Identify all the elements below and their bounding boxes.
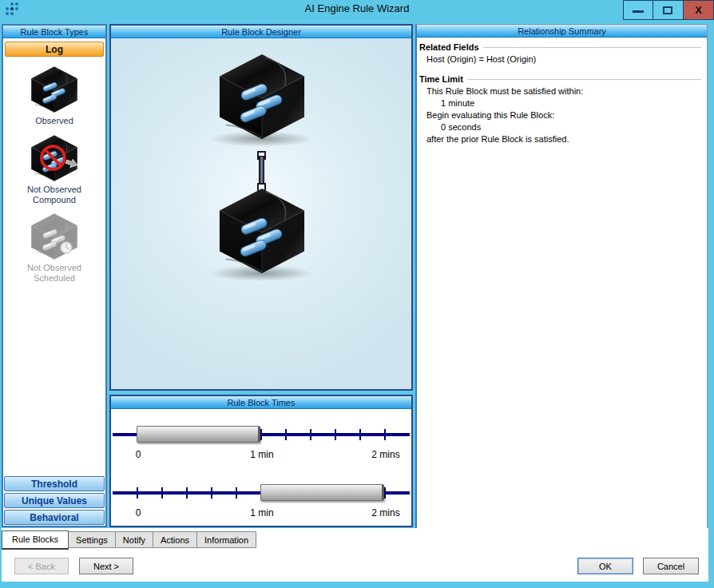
rule-block-type-list: Observed Not Observed Compound Not Obser… bbox=[4, 61, 105, 475]
rule-block-type-not-observed-scheduled[interactable]: Not Observed Scheduled bbox=[4, 213, 105, 284]
relationship-summary-body: Related Fields Host (Origin) = Host (Ori… bbox=[417, 38, 707, 528]
cancel-button[interactable]: Cancel bbox=[643, 558, 699, 574]
minimize-icon bbox=[633, 10, 644, 13]
slider2-label-0: 0 bbox=[136, 507, 141, 518]
observed-cube-icon bbox=[29, 66, 80, 113]
rule-block-designer-panel: Rule Block Designer bbox=[109, 24, 413, 391]
relationship-summary-header: Relationship Summary bbox=[417, 25, 707, 38]
observed-label: Observed bbox=[4, 116, 105, 126]
rule-block-times-header: Rule Block Times bbox=[111, 396, 411, 409]
slider1-label-1min: 1 min bbox=[250, 449, 273, 460]
maximize-button[interactable] bbox=[653, 0, 684, 20]
titlebar: AI Engine Rule Wizard X bbox=[0, 0, 714, 18]
rule-block-1-time-slider: 0 1 min 2 mins bbox=[111, 415, 411, 471]
close-button[interactable]: X bbox=[684, 0, 714, 20]
slider1-label-2mins: 2 mins bbox=[371, 449, 399, 460]
back-button[interactable]: < Back bbox=[14, 558, 69, 574]
time-limit-rule-line bbox=[467, 79, 701, 81]
wizard-tabs: Rule Blocks Settings Notify Actions Info… bbox=[2, 530, 256, 550]
window-controls: X bbox=[623, 0, 714, 20]
not-observed-scheduled-icon bbox=[29, 213, 80, 260]
related-fields-title: Related Fields bbox=[419, 42, 479, 53]
rule-block-type-not-observed-compound[interactable]: Not Observed Compound bbox=[4, 134, 105, 205]
category-buttons: Threshold Unique Values Behavioral bbox=[4, 475, 105, 525]
rule-block-2-cube[interactable] bbox=[215, 187, 309, 275]
rule-block-2-time-slider: 0 1 min 2 mins bbox=[111, 474, 411, 530]
tab-notify[interactable]: Notify bbox=[116, 531, 153, 548]
slider2-time-bar[interactable] bbox=[260, 484, 384, 501]
slider2-label-1min: 1 min bbox=[250, 507, 273, 518]
slider1-label-0: 0 bbox=[136, 449, 141, 460]
related-fields-rule-line bbox=[483, 47, 701, 50]
unique-values-category-button[interactable]: Unique Values bbox=[4, 493, 105, 508]
maximize-icon bbox=[663, 6, 672, 14]
tab-rule-blocks[interactable]: Rule Blocks bbox=[2, 530, 69, 550]
ai-engine-rule-wizard-window: AI Engine Rule Wizard X Rule Block Types… bbox=[0, 0, 714, 588]
rule-block-type-observed[interactable]: Observed bbox=[4, 66, 105, 126]
time-limit-line2: 1 minute bbox=[419, 98, 703, 109]
relationship-summary-panel: Relationship Summary Related Fields Host… bbox=[415, 24, 708, 529]
threshold-category-button[interactable]: Threshold bbox=[4, 476, 105, 491]
rule-block-1-cube[interactable] bbox=[215, 53, 309, 141]
tab-information[interactable]: Information bbox=[197, 531, 256, 548]
time-limit-line3: Begin evaluating this Rule Block: bbox=[419, 110, 703, 121]
log-category-button[interactable]: Log bbox=[5, 42, 104, 57]
slider2-label-2mins: 2 mins bbox=[371, 507, 399, 518]
rule-block-times-body: 0 1 min 2 mins 0 1 min 2 mins bbox=[111, 409, 411, 526]
not-observed-compound-icon bbox=[29, 134, 80, 182]
rule-block-times-panel: Rule Block Times 0 1 min 2 mins 0 1 min … bbox=[109, 395, 413, 527]
time-limit-group-title: Time Limit bbox=[419, 74, 703, 85]
time-limit-line1: This Rule Block must be satisfied within… bbox=[419, 86, 703, 97]
window-title: AI Engine Rule Wizard bbox=[0, 2, 714, 14]
not-observed-scheduled-label: Not Observed Scheduled bbox=[13, 263, 96, 284]
tab-settings[interactable]: Settings bbox=[69, 531, 116, 548]
time-limit-line5: after the prior Rule Block is satisfied. bbox=[419, 134, 703, 145]
next-button[interactable]: Next > bbox=[79, 558, 133, 574]
slider1-time-bar[interactable] bbox=[137, 426, 260, 443]
ok-button[interactable]: OK bbox=[577, 558, 633, 574]
not-observed-compound-label: Not Observed Compound bbox=[13, 185, 96, 205]
minimize-button[interactable] bbox=[623, 0, 653, 20]
related-fields-value: Host (Origin) = Host (Origin) bbox=[419, 54, 703, 65]
related-fields-group-title: Related Fields bbox=[419, 42, 703, 53]
tab-actions[interactable]: Actions bbox=[153, 531, 197, 548]
time-limit-title: Time Limit bbox=[419, 74, 463, 85]
designer-canvas[interactable] bbox=[111, 38, 411, 389]
rule-block-designer-header: Rule Block Designer bbox=[111, 26, 411, 38]
rule-block-types-header: Rule Block Types bbox=[3, 26, 105, 38]
behavioral-category-button[interactable]: Behavioral bbox=[4, 510, 105, 525]
time-limit-line4: 0 seconds bbox=[419, 122, 703, 133]
rule-block-types-panel: Rule Block Types Log Observed Not Observ… bbox=[2, 24, 107, 527]
